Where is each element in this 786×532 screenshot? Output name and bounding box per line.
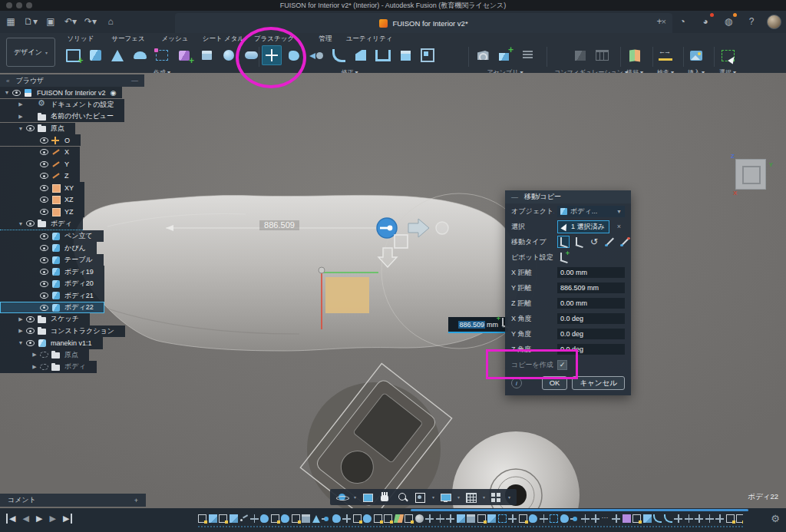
timeline-feature-icon[interactable]: [467, 514, 475, 523]
chevron-icon[interactable]: [17, 126, 25, 131]
timeline-feature-icon[interactable]: [250, 514, 259, 523]
comments-panel[interactable]: コメント +: [0, 494, 146, 507]
browser-row[interactable]: YZ: [0, 206, 84, 217]
timeline-feature-icon[interactable]: [219, 514, 227, 523]
chevron-icon[interactable]: [17, 316, 25, 322]
visibility-eye-icon[interactable]: [40, 149, 48, 155]
chamfer-icon[interactable]: [351, 45, 371, 65]
browser-row[interactable]: ボディ21: [0, 289, 104, 301]
timeline-feature-icon[interactable]: [653, 514, 662, 523]
visibility-eye-icon[interactable]: [40, 352, 48, 358]
timeline-feature-icon[interactable]: [292, 514, 300, 523]
user-avatar[interactable]: [767, 15, 781, 29]
browser-row[interactable]: Y: [0, 158, 80, 170]
revolve-icon[interactable]: [107, 45, 127, 65]
shell-icon[interactable]: [373, 45, 393, 65]
help-icon[interactable]: ?: [744, 14, 759, 29]
split-body-icon[interactable]: [395, 45, 415, 65]
zoom-icon[interactable]: [397, 492, 409, 503]
select-tool-icon[interactable]: [718, 45, 738, 65]
visibility-eye-icon[interactable]: [40, 209, 48, 215]
visibility-eye-icon[interactable]: [40, 269, 48, 275]
dialog-titlebar[interactable]: — 移動/コピー: [505, 190, 631, 203]
selected-body-highlight[interactable]: [325, 277, 369, 313]
timeline-feature-icon[interactable]: [374, 514, 382, 523]
browser-row[interactable]: ペン立て: [0, 230, 104, 242]
y-distance-input[interactable]: 886.509 mm: [557, 283, 625, 293]
browser-row[interactable]: ボディ22: [0, 302, 104, 313]
browser-row[interactable]: ドキュメントの設定: [0, 99, 124, 111]
timeline-feature-icon[interactable]: [540, 514, 548, 523]
browser-row[interactable]: コンストラクション: [0, 325, 125, 337]
timeline-feature-icon[interactable]: [695, 514, 703, 523]
browser-row[interactable]: XZ: [0, 193, 84, 205]
fit-view-icon[interactable]: [414, 492, 427, 503]
timeline-feature-icon[interactable]: [415, 514, 424, 523]
browser-header[interactable]: « ブラウザ —: [0, 74, 144, 87]
browser-row[interactable]: FUISON for Interior v2: [0, 87, 122, 98]
workspace-design-button[interactable]: デザイン ▾: [6, 38, 55, 67]
timeline-feature-icon[interactable]: [384, 514, 392, 523]
fillet-icon[interactable]: [329, 45, 348, 65]
viewport-canvas[interactable]: 886.509 Z Y X 886.509 mm ⋮ + « ブラウザ: [0, 73, 786, 508]
visibility-eye-icon[interactable]: [26, 125, 35, 131]
timeline-feature-icon[interactable]: [612, 514, 620, 523]
timeline-feature-icon[interactable]: [581, 514, 590, 523]
configuration-table-icon[interactable]: [593, 45, 613, 65]
undo-icon[interactable]: ↶▾: [63, 14, 78, 29]
chevron-down-icon[interactable]: ▾: [508, 494, 510, 500]
create-form-icon[interactable]: [174, 45, 194, 65]
timeline-feature-icon[interactable]: [623, 514, 631, 523]
timeline-feature-icon[interactable]: [436, 514, 444, 523]
timeline-feature-icon[interactable]: [393, 514, 403, 523]
visibility-eye-icon[interactable]: [26, 220, 35, 226]
point-to-position-icon[interactable]: [619, 236, 631, 248]
visibility-eye-icon[interactable]: [26, 328, 35, 334]
play-icon[interactable]: ▶: [36, 514, 42, 524]
pivot-set-icon[interactable]: +: [557, 251, 570, 263]
timeline-feature-icon[interactable]: [643, 514, 652, 523]
timeline-feature-icon[interactable]: [560, 514, 569, 523]
timeline-feature-icon[interactable]: [519, 514, 527, 523]
chevron-icon[interactable]: [17, 101, 25, 107]
timeline-feature-icon[interactable]: [271, 514, 279, 523]
collapse-panel-icon[interactable]: «: [6, 78, 9, 84]
timeline-feature-icon[interactable]: [736, 514, 743, 523]
derive-icon[interactable]: [473, 45, 493, 65]
visibility-eye-icon[interactable]: [40, 281, 48, 287]
home-icon[interactable]: ⌂: [103, 14, 118, 29]
visibility-eye-icon[interactable]: [40, 292, 48, 299]
chevron-down-icon[interactable]: ▾: [457, 494, 460, 500]
clear-selection-icon[interactable]: ×: [617, 223, 621, 230]
timeline-feature-icon[interactable]: [508, 514, 517, 523]
browser-row[interactable]: ボディ: [0, 217, 83, 230]
timeline-feature-icon[interactable]: [405, 514, 413, 523]
timeline-feature-icon[interactable]: [446, 514, 454, 523]
pattern-icon[interactable]: [152, 45, 172, 65]
timeline-feature-icon[interactable]: [425, 514, 434, 523]
browser-row[interactable]: テーブル: [0, 254, 104, 266]
box-primitive-icon[interactable]: [196, 45, 216, 65]
x-distance-input[interactable]: 0.00 mm: [557, 267, 625, 278]
chevron-icon[interactable]: [17, 328, 25, 334]
timeline-feature-icon[interactable]: [664, 514, 672, 523]
timeline-feature-icon[interactable]: [198, 514, 206, 523]
timeline-feature-icon[interactable]: [726, 514, 735, 523]
chevron-down-icon[interactable]: ▾: [483, 494, 485, 500]
offset-face-icon[interactable]: [306, 45, 326, 65]
display-settings-icon[interactable]: [440, 492, 452, 503]
timeline-scrollbar[interactable]: [411, 509, 748, 511]
timeline-feature-icon[interactable]: [322, 514, 330, 523]
browser-row[interactable]: XY: [0, 182, 84, 193]
visibility-eye-icon[interactable]: [26, 316, 35, 322]
minimize-panel-icon[interactable]: —: [131, 77, 138, 84]
chevron-icon[interactable]: [17, 114, 25, 120]
step-forward-icon[interactable]: ▶: [49, 514, 55, 524]
app-launcher-grid-icon[interactable]: ▦: [3, 14, 18, 29]
browser-row[interactable]: 原点: [0, 349, 89, 361]
activate-radio-icon[interactable]: [111, 89, 117, 97]
new-tab-icon[interactable]: +: [652, 14, 667, 29]
browser-row[interactable]: manekin v1:1: [0, 337, 103, 349]
browser-row[interactable]: 原点: [0, 123, 75, 134]
extrude-icon[interactable]: [85, 45, 105, 65]
